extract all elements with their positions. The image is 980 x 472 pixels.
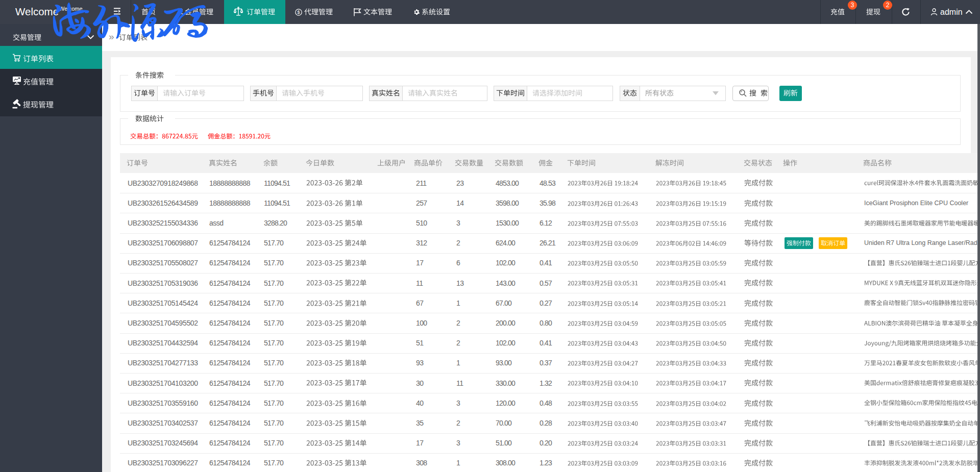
svg-text:$: $ <box>297 9 300 15</box>
